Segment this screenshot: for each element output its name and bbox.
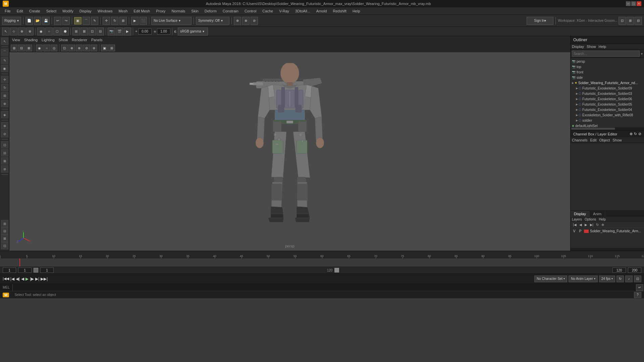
new-file-button[interactable]: 📄 (25, 17, 33, 25)
paint-button[interactable]: ✎ (91, 17, 98, 25)
vp-btn-7[interactable]: ⬢ (61, 27, 69, 36)
rotate-tool-button[interactable]: ↻ (111, 17, 118, 25)
lasso-tool-button[interactable]: ⌒ (83, 17, 90, 25)
vp-inner-btn-9[interactable]: ⊕ (76, 45, 83, 51)
outliner-item-exo03[interactable]: ▶ ⬡ Futuristic_Exoskeleton_Soldier03 (571, 91, 644, 96)
vp-inner-btn-6[interactable]: ◎ (51, 45, 57, 51)
vp-render-btn[interactable]: 🎬 (116, 27, 123, 36)
vp-menu-lighting[interactable]: Lighting (42, 38, 55, 42)
no-character-set-dropdown[interactable]: No Character Set ▾ (534, 276, 567, 282)
menu-select[interactable]: Select (44, 8, 59, 14)
toolbar-btn-2[interactable]: ⊗ (242, 17, 250, 25)
jiggle-tool[interactable]: ⊘ (1, 130, 8, 137)
mel-label[interactable]: MEL (0, 284, 13, 291)
restore-button[interactable]: □ (631, 1, 636, 6)
outliner-item-exo05[interactable]: ▶ ⬡ Futuristic_Exoskeleton_Soldier05 (571, 102, 644, 107)
vp-select-btn[interactable]: ↖ (2, 27, 9, 36)
snap-4-tool[interactable]: ⊛ (1, 165, 8, 173)
layer-ctrl-btn-5[interactable]: ↻ (595, 223, 600, 227)
vp-btn-2[interactable]: ⊕ (18, 27, 25, 36)
timeline-ruler[interactable]: 1510152025303540455055606570758085909510… (0, 251, 644, 258)
loop-button[interactable]: ↻ (616, 276, 624, 282)
vp-inner-btn-12[interactable]: ▣ (101, 45, 108, 51)
outliner-menu-help[interactable]: Help (599, 45, 606, 49)
layer-ctrl-btn-6[interactable]: ⊕ (600, 223, 605, 227)
move-tool-button[interactable]: ✛ (103, 17, 110, 25)
rigging-dropdown[interactable]: Rigging ▾ (2, 17, 21, 25)
vp-menu-panels[interactable]: Panels (91, 38, 103, 42)
cb-icon-2[interactable]: ↻ (634, 132, 637, 136)
vp-btn-11[interactable]: ⊟ (97, 27, 104, 36)
outliner-item-persp[interactable]: 📷 persp (571, 59, 644, 64)
select-tool[interactable]: ↖ (1, 38, 8, 45)
menu-create[interactable]: Create (26, 8, 43, 14)
menu-cache[interactable]: Cache (260, 8, 276, 14)
move-tool[interactable]: ✛ (1, 76, 8, 83)
open-file-button[interactable]: 📂 (34, 17, 41, 25)
quick-sel-tool[interactable]: ⊞ (1, 220, 8, 227)
gamma-dropdown[interactable]: sRGB gamma ▾ (178, 27, 208, 36)
cb-menu-edit[interactable]: Edit (590, 138, 596, 142)
scale-tool-button[interactable]: ⊞ (119, 17, 127, 25)
vp-menu-show[interactable]: Show (59, 38, 68, 42)
layer-tab-anim[interactable]: Anim (590, 211, 605, 217)
value-field-1[interactable] (138, 28, 152, 35)
menu-display[interactable]: Display (77, 8, 94, 14)
outliner-item-side[interactable]: 📷 side (571, 75, 644, 80)
snap-3-tool[interactable]: ⊠ (1, 157, 8, 165)
play-forward-button[interactable]: ▶ (25, 277, 29, 281)
vp-ipr-btn[interactable]: ▶ (124, 27, 131, 36)
save-file-button[interactable]: 💾 (42, 17, 50, 25)
show-manip-tool[interactable]: ◈ (1, 111, 8, 118)
vp-btn-8[interactable]: ⊞ (72, 27, 80, 36)
prev-key-button[interactable]: |◀ (10, 277, 14, 281)
redo-button[interactable]: ↪ (62, 17, 70, 25)
select-tool-button[interactable]: ▣ (74, 17, 82, 24)
menu-skin[interactable]: Skin (189, 8, 201, 14)
toolbar-btn-1[interactable]: ⊕ (234, 17, 241, 25)
vp-inner-btn-3[interactable]: ⊠ (25, 45, 32, 51)
outliner-item-exo06[interactable]: ▶ ⬡ Futuristic_Exoskeleton_Soldier06 (571, 96, 644, 102)
vp-btn-6[interactable]: ⬡ (53, 27, 61, 36)
menu-redshift[interactable]: Redshift (330, 8, 349, 14)
outliner-menu-show[interactable]: Show (587, 45, 596, 49)
layer-menu-help[interactable]: Help (599, 218, 606, 221)
render-button[interactable]: ▶ (131, 17, 139, 25)
audio-button[interactable]: ♪ (625, 276, 633, 282)
menu-normals[interactable]: Normals (169, 8, 188, 14)
menu-vray[interactable]: V-Ray (276, 8, 292, 14)
vp-inner-btn-13[interactable]: ⊞ (108, 45, 115, 51)
vp-inner-btn-4[interactable]: ◉ (36, 45, 43, 51)
no-live-surface-dropdown[interactable]: No Live Surface ▾ (151, 17, 192, 25)
fps-dropdown[interactable]: 24 fps ▾ (599, 276, 615, 282)
vp-btn-3[interactable]: ⊗ (26, 27, 34, 36)
vp-menu-view[interactable]: View (12, 38, 20, 42)
minimize-button[interactable]: ─ (626, 1, 631, 6)
outliner-item-lightset[interactable]: ◈ defaultLightSet (571, 123, 644, 127)
snap-2-tool[interactable]: ⊟ (1, 149, 8, 157)
outliner-menu-display[interactable]: Display (572, 45, 584, 49)
help-button[interactable]: ? (634, 292, 641, 298)
layer-menu-options[interactable]: Options (585, 218, 596, 221)
menu-mesh[interactable]: Mesh (116, 8, 130, 14)
menu-proxy[interactable]: Proxy (153, 8, 168, 14)
vp-menu-shading[interactable]: Shading (24, 38, 38, 42)
close-button[interactable]: ✕ (637, 1, 641, 6)
current-frame-input[interactable] (40, 267, 54, 273)
hscroll-thumb[interactable] (571, 128, 615, 130)
vp-btn-1[interactable]: ⊹ (10, 27, 17, 36)
layer-hscrollbar[interactable] (571, 248, 644, 251)
menu-deform[interactable]: Deform (202, 8, 219, 14)
vp-inner-btn-7[interactable]: ⊡ (61, 45, 68, 51)
skip-start-button[interactable]: |◀◀ (3, 277, 9, 281)
vp-inner-btn-2[interactable]: ⊟ (18, 45, 25, 51)
start-frame-input[interactable] (3, 267, 16, 273)
snap-button[interactable]: ⊡ (619, 17, 626, 25)
step-forward-button[interactable]: |▶ (30, 277, 34, 281)
skip-end-button[interactable]: ▶▶| (41, 277, 48, 281)
cb-icon-1[interactable]: ⊕ (630, 132, 633, 136)
menu-windows[interactable]: Windows (95, 8, 115, 14)
outliner-hscrollbar[interactable] (571, 127, 644, 130)
outliner-item-main-group[interactable]: ▶ ★ Soldier_Wearing_Futuristic_Armor_nd.… (571, 80, 644, 85)
layer-ctrl-btn-1[interactable]: |◀ (572, 223, 578, 227)
